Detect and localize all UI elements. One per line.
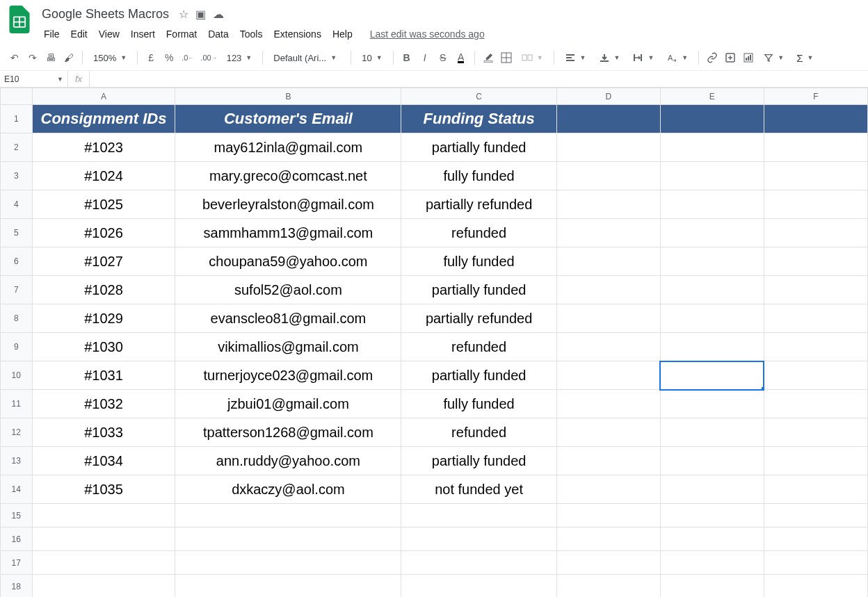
cell-E9[interactable] — [660, 333, 764, 361]
cell-B10[interactable]: turnerjoyce023@gmail.com — [175, 361, 401, 390]
row-header-4[interactable]: 4 — [1, 190, 33, 219]
cell-D5[interactable] — [556, 219, 660, 247]
borders-button[interactable] — [499, 49, 514, 66]
last-edit-link[interactable]: Last edit was seconds ago — [370, 28, 485, 40]
merge-cells-button[interactable]: ▼ — [517, 50, 548, 65]
cell-F16[interactable] — [764, 528, 867, 551]
cell-C10[interactable]: partially funded — [401, 361, 556, 390]
horizontal-align-button[interactable]: ▼ — [560, 50, 591, 65]
cell-C16[interactable] — [401, 528, 556, 551]
cell-D6[interactable] — [556, 247, 660, 276]
cell-A4[interactable]: #1025 — [32, 190, 175, 219]
cell-C15[interactable] — [401, 504, 556, 528]
cell-C14[interactable]: not funded yet — [401, 475, 556, 504]
row-header-2[interactable]: 2 — [1, 133, 33, 162]
cell-A6[interactable]: #1027 — [32, 247, 175, 276]
cell-E12[interactable] — [660, 418, 764, 447]
cell-F7[interactable] — [764, 276, 867, 304]
cell-F14[interactable] — [764, 475, 867, 504]
cell-A3[interactable]: #1024 — [32, 162, 175, 190]
cell-B3[interactable]: mary.greco@comcast.net — [175, 162, 401, 190]
print-button[interactable]: 🖶 — [43, 49, 58, 66]
row-header-6[interactable]: 6 — [1, 247, 33, 276]
filter-button[interactable]: ▼ — [759, 51, 789, 65]
menu-extensions[interactable]: Extensions — [268, 26, 326, 42]
cell-C8[interactable]: partially refunded — [401, 304, 556, 333]
cell-C11[interactable]: fully funded — [401, 390, 556, 418]
strikethrough-button[interactable]: S — [435, 49, 451, 66]
cell-D17[interactable] — [556, 551, 660, 575]
cell-B13[interactable]: ann.ruddy@yahoo.com — [175, 447, 401, 475]
cell-F2[interactable] — [764, 133, 867, 162]
cell-B16[interactable] — [175, 528, 401, 551]
cell-D2[interactable] — [556, 133, 660, 162]
zoom-select[interactable]: 150% ▼ — [88, 51, 131, 65]
column-header-E[interactable]: E — [660, 88, 764, 105]
more-formats-select[interactable]: 123▼ — [222, 51, 257, 65]
cell-F3[interactable] — [764, 162, 867, 190]
cell-B18[interactable] — [175, 575, 401, 598]
fill-color-button[interactable] — [481, 49, 496, 66]
cell-F8[interactable] — [764, 304, 867, 333]
cell-F17[interactable] — [764, 551, 867, 575]
cell-D13[interactable] — [556, 447, 660, 475]
cell-E5[interactable] — [660, 219, 764, 247]
cell-A13[interactable]: #1034 — [32, 447, 175, 475]
cell-B7[interactable]: sufol52@aol.com — [175, 276, 401, 304]
cell-F15[interactable] — [764, 504, 867, 528]
cell-F13[interactable] — [764, 447, 867, 475]
cell-F5[interactable] — [764, 219, 867, 247]
format-percent-button[interactable]: % — [161, 49, 177, 66]
column-header-A[interactable]: A — [32, 88, 175, 105]
move-icon[interactable]: ▣ — [195, 8, 206, 21]
cell-B5[interactable]: sammhamm13@gmail.com — [175, 219, 401, 247]
italic-button[interactable]: I — [417, 49, 433, 66]
cell-F4[interactable] — [764, 190, 867, 219]
text-wrap-button[interactable]: ▼ — [627, 50, 659, 65]
menu-view[interactable]: View — [94, 26, 124, 42]
cell-E16[interactable] — [660, 528, 764, 551]
select-all-corner[interactable] — [1, 88, 33, 105]
cloud-status-icon[interactable]: ☁ — [213, 8, 224, 21]
row-header-9[interactable]: 9 — [1, 333, 33, 361]
name-box[interactable]: E10 ▼ — [0, 71, 68, 87]
cell-A9[interactable]: #1030 — [32, 333, 175, 361]
undo-button[interactable]: ↶ — [7, 49, 22, 66]
row-header-12[interactable]: 12 — [1, 418, 33, 447]
row-header-1[interactable]: 1 — [1, 105, 33, 133]
cell-A16[interactable] — [32, 528, 175, 551]
cell-E4[interactable] — [660, 190, 764, 219]
cell-A14[interactable]: #1035 — [32, 475, 175, 504]
insert-comment-button[interactable] — [723, 49, 738, 66]
format-currency-button[interactable]: £ — [143, 49, 159, 66]
menu-tools[interactable]: Tools — [235, 26, 268, 42]
cell-A7[interactable]: #1028 — [32, 276, 175, 304]
cell-F1[interactable] — [764, 105, 867, 133]
cell-D11[interactable] — [556, 390, 660, 418]
cell-A2[interactable]: #1023 — [32, 133, 175, 162]
row-header-17[interactable]: 17 — [1, 551, 33, 575]
cell-D16[interactable] — [556, 528, 660, 551]
column-header-F[interactable]: F — [764, 88, 867, 105]
cell-F11[interactable] — [764, 390, 867, 418]
cell-A15[interactable] — [32, 504, 175, 528]
cell-D14[interactable] — [556, 475, 660, 504]
column-header-B[interactable]: B — [175, 88, 401, 105]
text-color-button[interactable]: A — [453, 49, 469, 66]
cell-D12[interactable] — [556, 418, 660, 447]
menu-data[interactable]: Data — [203, 26, 234, 42]
cell-B4[interactable]: beverleyralston@gmail.com — [175, 190, 401, 219]
cell-B12[interactable]: tpatterson1268@gmail.com — [175, 418, 401, 447]
cell-C7[interactable]: partially funded — [401, 276, 556, 304]
row-header-10[interactable]: 10 — [1, 361, 33, 390]
row-header-15[interactable]: 15 — [1, 504, 33, 528]
cell-B15[interactable] — [175, 504, 401, 528]
column-header-D[interactable]: D — [556, 88, 660, 105]
cell-A1[interactable]: Consignment IDs — [32, 105, 175, 133]
cell-B6[interactable]: choupana59@yahoo.com — [175, 247, 401, 276]
cell-C18[interactable] — [401, 575, 556, 598]
decrease-decimal-button[interactable]: .0← — [179, 49, 195, 66]
redo-button[interactable]: ↷ — [25, 49, 40, 66]
cell-D15[interactable] — [556, 504, 660, 528]
cell-F18[interactable] — [764, 575, 867, 598]
